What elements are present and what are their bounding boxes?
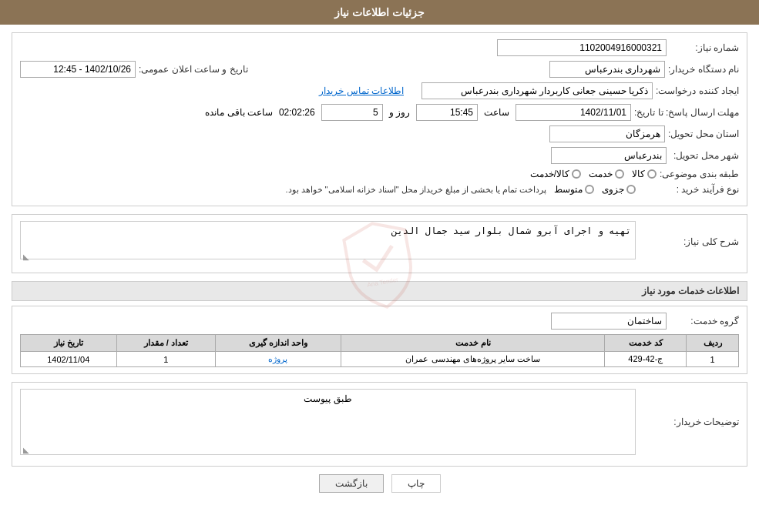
action-buttons: چاپ بازگشت	[12, 474, 747, 493]
need-number-label: شماره نیاز:	[670, 42, 739, 53]
remaining-time-value: 02:02:26	[279, 107, 315, 118]
city-input[interactable]	[551, 147, 667, 164]
category-radio-group: کالا خدمت کالا/خدمت	[530, 169, 657, 179]
process-motevaset-item[interactable]: متوسط	[554, 184, 594, 195]
contact-link[interactable]: اطلاعات تماس خریدار	[319, 85, 404, 96]
cell-row-0: 1	[687, 352, 739, 367]
description-row: شرح کلی نیاز: تهیه و اجرای آبرو شمال بلو…	[20, 221, 739, 262]
table-header-row: ردیف کد خدمت نام خدمت واحد اندازه گیری ت…	[21, 335, 739, 352]
need-number-input[interactable]	[497, 39, 667, 56]
requester-input[interactable]	[421, 82, 653, 99]
process-motevaset-radio[interactable]	[585, 185, 594, 194]
category-service-label: خدمت	[589, 169, 613, 179]
cell-name-0: ساخت سایر پروژه‌های مهندسی عمران	[341, 352, 604, 367]
process-label: نوع فرآیند خرید :	[639, 184, 739, 195]
description-section: شرح کلی نیاز: تهیه و اجرای آبرو شمال بلو…	[12, 214, 747, 273]
city-label: شهر محل تحویل:	[670, 150, 739, 161]
category-kala-label: کالا	[632, 169, 645, 179]
requester-label: ایجاد کننده درخواست:	[656, 85, 739, 96]
days-input[interactable]	[321, 104, 383, 121]
service-group-label: گروه خدمت:	[670, 316, 739, 326]
page-title: جزئیات اطلاعات نیاز	[334, 6, 425, 18]
service-group-row: گروه خدمت:	[20, 313, 739, 330]
page-header: جزئیات اطلاعات نیاز	[0, 0, 759, 25]
remaining-label: ساعت باقی مانده	[205, 107, 273, 118]
services-section: گروه خدمت: ردیف کد خدمت نام خدمت واحد ان…	[12, 306, 747, 374]
cell-unit-0: پروژه	[215, 352, 341, 367]
cell-quantity-0: 1	[116, 352, 215, 367]
back-button[interactable]: بازگشت	[319, 474, 384, 493]
category-label: طبقه بندی موضوعی:	[660, 169, 739, 179]
services-section-title: اطلاعات خدمات مورد نیاز	[12, 281, 747, 301]
announce-row: نام دستگاه خریدار: تاریخ و ساعت اعلان عم…	[20, 61, 739, 78]
category-kala-item[interactable]: کالا	[632, 169, 657, 179]
service-group-input[interactable]	[551, 313, 667, 330]
buyer-notes-container: طبق پیوست ◣	[20, 389, 636, 455]
description-container: تهیه و اجرای آبرو شمال بلوار سید جمال ال…	[20, 221, 636, 262]
requester-row: ایجاد کننده درخواست: اطلاعات تماس خریدار	[20, 82, 739, 99]
col-date-header: تاریخ نیاز	[21, 335, 117, 352]
category-service-radio[interactable]	[615, 169, 624, 179]
col-unit-header: واحد اندازه گیری	[215, 335, 341, 352]
table-row: 1 ج-42-429 ساخت سایر پروژه‌های مهندسی عم…	[21, 352, 739, 367]
category-kala-radio[interactable]	[647, 169, 657, 179]
province-row: استان محل تحویل:	[20, 125, 739, 142]
col-code-header: کد خدمت	[605, 335, 687, 352]
buyer-org-label: نام دستگاه خریدار:	[668, 64, 739, 75]
category-service-item[interactable]: خدمت	[589, 169, 624, 179]
cell-date-0: 1402/11/04	[21, 352, 117, 367]
notes-resize-handle[interactable]: ◣	[20, 446, 29, 455]
buyer-notes-inner: طبق پیوست	[20, 389, 636, 455]
deadline-row: مهلت ارسال پاسخ: تا تاریخ: ساعت روز و 02…	[20, 104, 739, 121]
cell-code-0: ج-42-429	[605, 352, 687, 367]
category-kala-service-radio[interactable]	[572, 169, 581, 179]
province-input[interactable]	[549, 125, 665, 142]
province-label: استان محل تحویل:	[668, 129, 739, 139]
days-label: روز و	[389, 107, 410, 118]
process-motevaset-label: متوسط	[554, 184, 583, 195]
announce-date-input[interactable]	[20, 61, 136, 78]
buyer-notes-section: توضیحات خریدار: طبق پیوست ◣	[12, 382, 747, 467]
process-jozvi-label: جزوی	[602, 184, 624, 195]
category-kala-service-label: کالا/خدمت	[530, 169, 569, 179]
category-kala-service-item[interactable]: کالا/خدمت	[530, 169, 581, 179]
col-name-header: نام خدمت	[341, 335, 604, 352]
print-button[interactable]: چاپ	[391, 474, 441, 493]
services-table: ردیف کد خدمت نام خدمت واحد اندازه گیری ت…	[20, 334, 739, 367]
process-radio-group: جزوی متوسط پرداخت تمام یا بخشی از مبلغ خ…	[285, 184, 636, 195]
basic-info-section: شماره نیاز: نام دستگاه خریدار: تاریخ و س…	[12, 32, 747, 206]
description-label: شرح کلی نیاز:	[639, 236, 739, 247]
col-quantity-header: تعداد / مقدار	[116, 335, 215, 352]
time-separator-label: ساعت	[484, 107, 509, 118]
process-jozvi-radio[interactable]	[626, 185, 636, 194]
buyer-notes-row: توضیحات خریدار: طبق پیوست ◣	[20, 389, 739, 455]
notes-header-text: طبق پیوست	[25, 393, 631, 404]
deadline-label: مهلت ارسال پاسخ: تا تاریخ:	[634, 107, 739, 118]
process-description: پرداخت تمام یا بخشی از مبلغ خریداز محل "…	[285, 185, 546, 195]
need-number-row: شماره نیاز:	[20, 39, 739, 56]
resize-handle[interactable]: ◣	[20, 253, 29, 262]
buyer-notes-label: توضیحات خریدار:	[639, 417, 739, 427]
announce-date-label: تاریخ و ساعت اعلان عمومی:	[139, 64, 248, 75]
col-row-header: ردیف	[687, 335, 739, 352]
buyer-notes-textarea[interactable]	[25, 408, 631, 448]
city-row: شهر محل تحویل:	[20, 147, 739, 164]
category-row: طبقه بندی موضوعی: کالا خدمت کالا/خدمت	[20, 169, 739, 179]
buyer-org-input[interactable]	[549, 61, 665, 78]
description-textarea[interactable]: تهیه و اجرای آبرو شمال بلوار سید جمال ال…	[20, 221, 636, 259]
process-row: نوع فرآیند خرید : جزوی متوسط پرداخت تمام…	[20, 184, 739, 195]
response-time-input[interactable]	[416, 104, 478, 121]
process-jozvi-item[interactable]: جزوی	[602, 184, 636, 195]
response-date-input[interactable]	[516, 104, 631, 121]
